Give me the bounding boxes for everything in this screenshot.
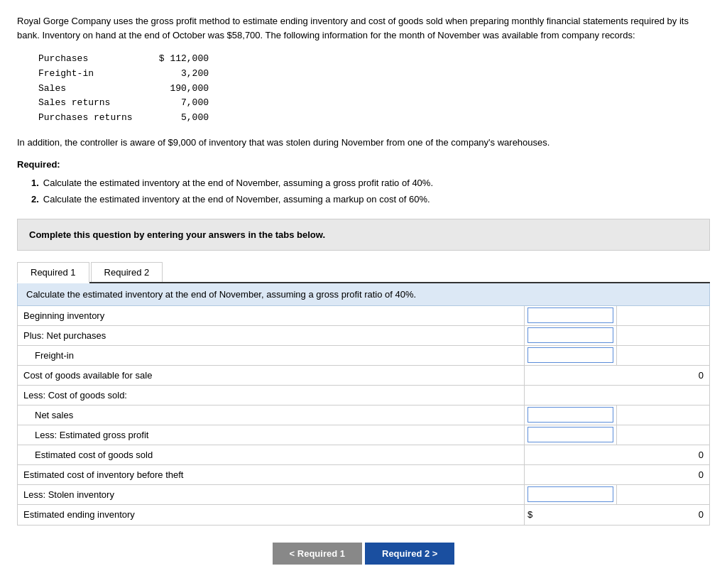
required-heading: Required: (17, 159, 710, 170)
arrow-left-icon: < (290, 548, 297, 559)
table-row: Purchases returns 5,000 (38, 111, 710, 126)
prev-button[interactable]: < Required 1 (273, 543, 362, 565)
ws-cell-value: 0 (617, 366, 709, 385)
beginning-inventory-input[interactable] (528, 307, 613, 323)
ws-row-freight-in: Freight-in (18, 346, 709, 366)
ws-label: Estimated cost of inventory before theft (18, 465, 525, 484)
ws-cell-empty (617, 386, 709, 405)
ws-label: Cost of goods available for sale (18, 366, 525, 385)
table-row: Sales 190,000 (38, 82, 710, 97)
net-sales-input[interactable] (528, 407, 613, 423)
requirement-2: 2. Calculate the estimated inventory at … (31, 192, 710, 207)
ws-cell-dollar: $ (525, 505, 617, 525)
ws-cell-empty (617, 346, 709, 365)
dollar-sign: $ (528, 509, 532, 520)
ws-cell-value: 0 (617, 505, 709, 525)
ws-cell-empty (525, 465, 617, 484)
intro-paragraph: Royal Gorge Company uses the gross profi… (17, 14, 710, 42)
ws-label: Net sales (18, 405, 525, 425)
req-num-2: 2. (31, 192, 39, 207)
ws-row-est-inv-before-theft: Estimated cost of inventory before theft… (18, 465, 709, 485)
ws-cell-input[interactable] (525, 425, 617, 445)
ws-cell-input[interactable] (525, 405, 617, 425)
ws-row-beginning-inventory: Beginning inventory (18, 306, 709, 326)
ws-cell-empty (617, 425, 709, 445)
ws-cell-input[interactable] (525, 326, 617, 345)
ws-label: Less: Estimated gross profit (18, 425, 525, 445)
tab-content-header: Calculate the estimated inventory at the… (17, 283, 710, 306)
ws-cell-empty (617, 405, 709, 425)
req-text-2: Calculate the estimated inventory at the… (43, 192, 430, 207)
ws-cell-value: 0 (617, 445, 709, 464)
ws-row-stolen-inventory: Less: Stolen inventory (18, 485, 709, 505)
tab-required-2[interactable]: Required 2 (91, 262, 163, 282)
prev-label: Required 1 (297, 548, 345, 559)
ws-row-net-sales: Net sales (18, 405, 709, 425)
complete-box: Complete this question by entering your … (17, 219, 710, 251)
ws-label: Freight-in (18, 346, 525, 365)
requirements-list: 1. Calculate the estimated inventory at … (31, 175, 710, 207)
ws-label: Less: Stolen inventory (18, 485, 525, 504)
table-row: Freight-in 3,200 (38, 67, 710, 82)
ws-row-est-gross-profit: Less: Estimated gross profit (18, 425, 709, 445)
ws-label: Estimated ending inventory (18, 505, 525, 525)
ws-label: Less: Cost of goods sold: (18, 386, 525, 405)
ws-row-cogs-available: Cost of goods available for sale 0 (18, 366, 709, 386)
ws-label: Plus: Net purchases (18, 326, 525, 345)
worksheet: Beginning inventory Plus: Net purchases … (17, 306, 710, 526)
addition-text: In addition, the controller is aware of … (17, 136, 710, 150)
tabs-row: Required 1 Required 2 (17, 262, 710, 283)
ws-cell-empty (617, 485, 709, 504)
req-text-1: Calculate the estimated inventory at the… (43, 175, 433, 191)
requirement-1: 1. Calculate the estimated inventory at … (31, 175, 710, 191)
ws-cell-input[interactable] (525, 346, 617, 365)
freight-in-input[interactable] (528, 347, 613, 363)
table-row: Sales returns 7,000 (38, 96, 710, 111)
net-purchases-input[interactable] (528, 327, 613, 343)
ws-row-est-ending-inv: Estimated ending inventory $ 0 (18, 505, 709, 525)
next-button[interactable]: Required 2 > (365, 543, 454, 565)
table-row: Purchases $ 112,000 (38, 52, 710, 67)
ws-cell-input[interactable] (525, 485, 617, 504)
ws-row-less-cogs-header: Less: Cost of goods sold: (18, 386, 709, 405)
ws-label: Estimated cost of goods sold (18, 445, 525, 464)
ws-row-net-purchases: Plus: Net purchases (18, 326, 709, 346)
ws-cell-empty (525, 386, 617, 405)
stolen-inventory-input[interactable] (528, 486, 613, 502)
req-num-1: 1. (31, 175, 39, 191)
footer-nav: < Required 1 Required 2 > (17, 543, 710, 565)
ws-cell-empty (525, 445, 617, 464)
ws-cell-value: 0 (617, 465, 709, 484)
complete-box-text: Complete this question by entering your … (29, 229, 325, 240)
ws-row-est-cogs: Estimated cost of goods sold 0 (18, 445, 709, 465)
ws-cell-input[interactable] (525, 306, 617, 325)
arrow-right-icon: > (430, 548, 437, 559)
ws-cell-empty (617, 306, 709, 325)
data-table: Purchases $ 112,000 Freight-in 3,200 Sal… (38, 52, 710, 126)
est-gross-profit-input[interactable] (528, 427, 613, 442)
next-label: Required 2 (382, 548, 430, 559)
tabs-container: Required 1 Required 2 Calculate the esti… (17, 262, 710, 526)
ws-cell-empty (525, 366, 617, 385)
tab-required-1[interactable]: Required 1 (17, 262, 89, 283)
ws-label: Beginning inventory (18, 306, 525, 325)
ws-cell-empty (617, 326, 709, 345)
